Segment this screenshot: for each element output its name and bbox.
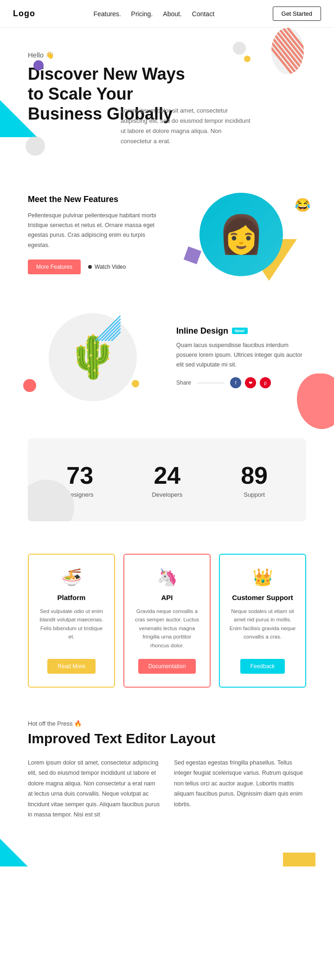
inline-right: Inline Design New! Quam lacus suspendiss… xyxy=(176,326,306,389)
blog-cyan-triangle xyxy=(0,839,37,866)
inline-left: 🌵 xyxy=(28,313,158,401)
stat-developers: 24 Developers xyxy=(152,462,182,498)
navbar: Logo Features. Pricing. About. Contact G… xyxy=(0,0,334,28)
cards-section: 🍜 Platform Sed vulputate odio ut enim bl… xyxy=(0,540,334,702)
watch-video-button[interactable]: Watch Video xyxy=(88,264,126,270)
purple-rect-decoration xyxy=(184,247,201,264)
api-description: Gravida neque convallis a cras semper au… xyxy=(134,607,200,650)
stat-support: 89 Support xyxy=(241,462,268,498)
platform-title: Platform xyxy=(58,594,86,601)
features-section: Meet the New Features Pellentesque pulvi… xyxy=(0,174,334,295)
blog-section: Hot off the Press 🔥 Improved Text Editor… xyxy=(0,702,334,866)
share-label: Share xyxy=(176,379,191,386)
hero-section: Hello 👋 Discover New Ways to Scale Your … xyxy=(0,28,334,174)
extra-share-icon[interactable]: p xyxy=(260,377,271,388)
blog-col-2: Sed egestas egestas fringilla phasellus.… xyxy=(174,758,306,820)
hero-greeting: Hello 👋 xyxy=(28,51,306,59)
logo: Logo xyxy=(13,9,35,19)
documentation-button[interactable]: Documentation xyxy=(138,659,196,674)
share-row: Share f ❤ p xyxy=(176,377,306,388)
cyan-triangle-decoration xyxy=(0,100,37,137)
features-right: 👩 😂 xyxy=(176,193,306,276)
platform-description: Sed vulputate odio ut enim blandit volut… xyxy=(38,607,105,650)
more-features-button[interactable]: More Features xyxy=(28,259,81,274)
share-icons: f ❤ p xyxy=(230,377,271,388)
api-card: 🦄 API Gravida neque convallis a cras sem… xyxy=(123,554,211,688)
purple-circle-decoration xyxy=(33,60,44,70)
facebook-share-icon[interactable]: f xyxy=(230,377,241,388)
stat-designers: 73 Designers xyxy=(66,462,94,498)
feedback-button[interactable]: Feedback xyxy=(240,659,285,674)
inline-yellow-dot xyxy=(132,380,139,387)
customer-support-title: Customer Support xyxy=(232,594,293,601)
read-more-button[interactable]: Read More xyxy=(47,659,95,674)
customer-support-card: 👑 Customer Support Neque sodales ut etia… xyxy=(219,554,306,688)
pinterest-share-icon[interactable]: ❤ xyxy=(245,377,256,388)
video-dot-icon xyxy=(88,265,92,269)
features-left: Meet the New Features Pellentesque pulvi… xyxy=(28,195,158,274)
support-label: Support xyxy=(241,491,268,498)
platform-card: 🍜 Platform Sed vulputate odio ut enim bl… xyxy=(28,554,115,688)
support-number: 89 xyxy=(241,462,268,489)
customer-support-icon: 👑 xyxy=(252,568,273,587)
api-icon: 🦄 xyxy=(157,568,178,587)
hero-description: Lorem ipsum dolor sit amet, consectetur … xyxy=(121,106,250,146)
share-divider xyxy=(197,383,225,383)
stats-section: 73 Designers 24 Developers 89 Support xyxy=(28,438,306,521)
watch-video-label: Watch Video xyxy=(95,264,126,270)
nav-pricing[interactable]: Pricing. xyxy=(131,10,153,18)
get-started-button[interactable]: Get Started xyxy=(273,6,321,21)
blog-col-1: Lorem ipsum dolor sit amet, consectetur … xyxy=(28,758,160,820)
pink-blob-decoration xyxy=(297,373,334,429)
inline-design-section: 🌵 Inline Design New! Quam lacus suspend xyxy=(0,295,334,420)
inline-title: Inline Design New! xyxy=(176,326,306,336)
developers-label: Developers xyxy=(152,491,182,498)
developers-number: 24 xyxy=(152,462,182,489)
blog-tag: Hot off the Press 🔥 xyxy=(28,720,306,727)
blog-columns: Lorem ipsum dolor sit amet, consectetur … xyxy=(28,758,306,820)
striped-leaf-decoration xyxy=(269,28,306,74)
platform-icon: 🍜 xyxy=(61,568,82,587)
customer-support-description: Neque sodales ut etiam sit amet nid puru… xyxy=(229,607,296,650)
features-image: 👩 xyxy=(199,193,283,276)
laughing-emoji: 😂 xyxy=(295,197,311,213)
api-title: API xyxy=(161,594,173,601)
nav-links: Features. Pricing. About. Contact xyxy=(93,10,214,18)
features-description: Pellentesque pulvinar pellentesque habit… xyxy=(28,211,158,250)
red-circle-inline xyxy=(23,379,36,392)
svg-line-11 xyxy=(98,319,121,341)
designers-number: 73 xyxy=(66,462,94,489)
inline-description: Quam lacus suspendisse faucibus interdum… xyxy=(176,341,306,370)
woman-emoji: 👩 xyxy=(218,213,264,256)
gray-circle-decoration xyxy=(26,136,45,156)
features-title: Meet the New Features xyxy=(28,195,158,204)
nav-contact[interactable]: Contact xyxy=(192,10,214,18)
yellow-dot-decoration xyxy=(244,56,250,62)
nav-features[interactable]: Features. xyxy=(93,10,121,18)
nav-about[interactable]: About. xyxy=(163,10,181,18)
features-buttons: More Features Watch Video xyxy=(28,259,158,274)
blog-yellow-square xyxy=(283,853,315,866)
new-badge: New! xyxy=(232,328,248,334)
blog-title: Improved Text Editor Layout xyxy=(28,731,306,746)
gray-dot-hero-decoration xyxy=(233,42,246,55)
blue-triangles-decoration xyxy=(95,316,121,343)
cactus-image: 🌵 xyxy=(49,313,137,401)
